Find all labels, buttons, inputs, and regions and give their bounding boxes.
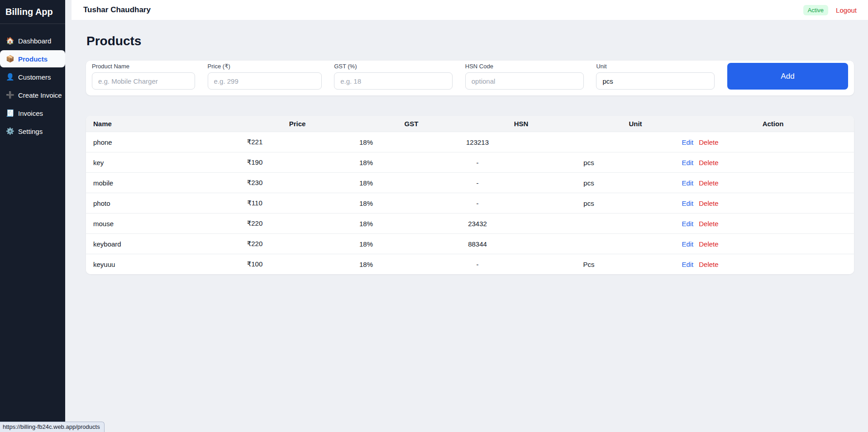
cell-price: ₹230	[199, 179, 310, 187]
cell-name: photo	[86, 199, 199, 207]
delete-link[interactable]: Delete	[699, 199, 718, 207]
hsn-label: HSN Code	[465, 63, 584, 70]
cell-gst: 18%	[310, 220, 422, 228]
cell-unit: pcs	[533, 179, 644, 187]
cell-gst: 18%	[310, 199, 422, 207]
delete-link[interactable]: Delete	[699, 138, 718, 146]
sidebar-item-label: Settings	[18, 128, 43, 135]
col-header-gst: GST	[359, 120, 463, 128]
table-row: key₹19018%-pcsEditDelete	[86, 152, 854, 172]
cell-price: ₹220	[199, 240, 310, 248]
table-header-row: Name Price GST HSN Unit Action	[86, 116, 854, 132]
status-badge: Active	[803, 5, 828, 15]
cell-price: ₹110	[199, 199, 310, 207]
col-header-hsn: HSN	[463, 120, 579, 128]
edit-link[interactable]: Edit	[682, 179, 693, 187]
table-row: keyboard₹22018%88344EditDelete	[86, 233, 854, 254]
sidebar-item-customers[interactable]: 👤Customers	[0, 68, 65, 85]
cell-hsn: 23432	[422, 220, 533, 228]
delete-link[interactable]: Delete	[699, 179, 718, 187]
cell-unit: pcs	[533, 159, 644, 166]
status-url-tooltip: https://billing-fb24c.web.app/products	[0, 422, 105, 432]
cell-actions: EditDelete	[644, 240, 756, 248]
col-header-action: Action	[692, 120, 854, 128]
sidebar-nav: 🏠Dashboard📦Products👤Customers➕Create Inv…	[0, 24, 65, 140]
cell-unit: Pcs	[533, 261, 644, 268]
cell-actions: EditDelete	[644, 179, 756, 187]
gear-icon: ⚙️	[6, 127, 14, 135]
edit-link[interactable]: Edit	[682, 138, 693, 146]
main-content: Products Product Name Price (₹) GST (%) …	[86, 20, 854, 274]
sidebar-item-label: Dashboard	[18, 37, 51, 45]
sidebar-item-label: Create Invoice	[18, 91, 62, 99]
edit-link[interactable]: Edit	[682, 261, 693, 268]
cell-hsn: -	[422, 199, 533, 207]
products-table: Name Price GST HSN Unit Action phone₹221…	[86, 116, 854, 274]
sidebar-item-settings[interactable]: ⚙️Settings	[0, 123, 65, 140]
receipt-icon: 🧾	[6, 109, 14, 117]
topbar-right: Active Logout	[803, 5, 857, 15]
unit-input[interactable]	[596, 72, 715, 90]
page-title: Products	[86, 34, 854, 48]
edit-link[interactable]: Edit	[682, 240, 693, 248]
hsn-input[interactable]	[465, 72, 584, 90]
sidebar: Billing App 🏠Dashboard📦Products👤Customer…	[0, 0, 65, 432]
cell-hsn: -	[422, 179, 533, 187]
sidebar-item-label: Invoices	[18, 109, 43, 117]
edit-link[interactable]: Edit	[682, 159, 693, 166]
table-row: mouse₹22018%23432EditDelete	[86, 213, 854, 233]
home-icon: 🏠	[6, 37, 14, 45]
unit-field: Unit	[596, 63, 715, 90]
sidebar-item-products[interactable]: 📦Products	[0, 50, 65, 67]
cell-hsn: -	[422, 159, 533, 166]
table-body: phone₹22118%123213EditDeletekey₹19018%-p…	[86, 132, 854, 274]
price-input[interactable]	[208, 72, 322, 90]
cell-name: phone	[86, 138, 199, 146]
table-row: mobile₹23018%-pcsEditDelete	[86, 172, 854, 193]
table-row: photo₹11018%-pcsEditDelete	[86, 193, 854, 213]
cell-gst: 18%	[310, 138, 422, 146]
sidebar-item-label: Products	[18, 55, 48, 63]
cell-name: mobile	[86, 179, 199, 187]
person-icon: 👤	[6, 73, 14, 81]
user-name: Tushar Chaudhary	[83, 5, 151, 14]
delete-link[interactable]: Delete	[699, 261, 718, 268]
add-product-form: Product Name Price (₹) GST (%) HSN Code …	[86, 61, 854, 95]
col-header-name: Name	[86, 120, 235, 128]
cell-name: key	[86, 159, 199, 166]
cell-hsn: 88344	[422, 240, 533, 248]
sidebar-item-invoices[interactable]: 🧾Invoices	[0, 104, 65, 122]
cell-hsn: 123213	[422, 138, 533, 146]
cell-name: mouse	[86, 220, 199, 228]
price-label: Price (₹)	[208, 63, 322, 70]
unit-label: Unit	[596, 63, 715, 70]
cell-name: keyboard	[86, 240, 199, 248]
logout-link[interactable]: Logout	[836, 6, 857, 14]
edit-link[interactable]: Edit	[682, 220, 693, 228]
package-icon: 📦	[6, 55, 14, 63]
gst-input[interactable]	[334, 72, 453, 90]
col-header-price: Price	[235, 120, 359, 128]
gst-field: GST (%)	[334, 63, 453, 90]
cell-price: ₹100	[199, 260, 310, 268]
hsn-field: HSN Code	[465, 63, 584, 90]
cell-actions: EditDelete	[644, 159, 756, 166]
cell-gst: 18%	[310, 240, 422, 248]
delete-link[interactable]: Delete	[699, 240, 718, 248]
price-field: Price (₹)	[208, 63, 322, 90]
sidebar-item-create-invoice[interactable]: ➕Create Invoice	[0, 86, 65, 104]
product-name-label: Product Name	[92, 63, 195, 70]
delete-link[interactable]: Delete	[699, 220, 718, 228]
cell-actions: EditDelete	[644, 220, 756, 228]
cell-hsn: -	[422, 261, 533, 268]
sidebar-item-dashboard[interactable]: 🏠Dashboard	[0, 32, 65, 49]
cell-actions: EditDelete	[644, 138, 756, 146]
product-name-input[interactable]	[92, 72, 195, 90]
edit-link[interactable]: Edit	[682, 199, 693, 207]
add-button[interactable]: Add	[727, 63, 848, 90]
cell-unit: pcs	[533, 199, 644, 207]
cell-name: keyuuu	[86, 261, 199, 268]
topbar: Tushar Chaudhary Active Logout	[72, 0, 868, 20]
delete-link[interactable]: Delete	[699, 159, 718, 166]
cell-actions: EditDelete	[644, 261, 756, 268]
